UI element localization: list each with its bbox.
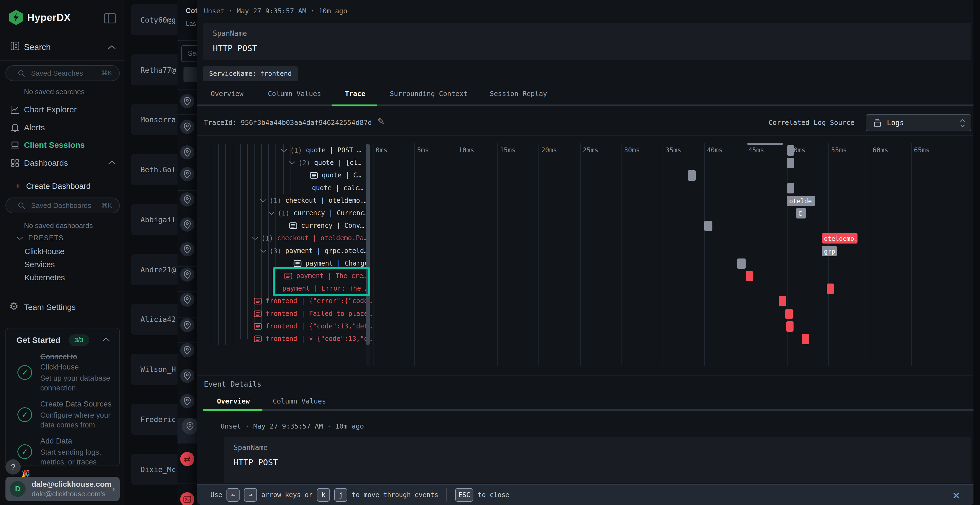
session-list-item[interactable]: Retha77@	[131, 54, 179, 86]
location-pin-icon[interactable]	[180, 120, 194, 134]
event-details-tab-column-values[interactable]: Column Values	[273, 397, 326, 405]
trace-tree-row[interactable]: frontend | {"code":13,"det…	[197, 320, 371, 333]
span-duration-bar[interactable]	[787, 145, 794, 156]
span-duration-bar[interactable]	[786, 321, 794, 332]
tree-scrollbar[interactable]	[366, 144, 370, 366]
tab-session-replay[interactable]: Session Replay	[490, 90, 547, 98]
location-pin-icon[interactable]	[180, 292, 194, 306]
saved-dashboards-input[interactable]	[30, 200, 96, 211]
sidebar-item-chart-explorer[interactable]: Chart Explorer	[0, 101, 125, 118]
location-pin-icon[interactable]	[180, 343, 194, 357]
span-duration-bar[interactable]	[746, 271, 753, 281]
chevron-up-icon[interactable]	[108, 44, 116, 49]
span-duration-bar[interactable]: otelde	[787, 195, 815, 206]
trace-tree-row[interactable]: payment | Error: The …	[197, 283, 371, 295]
session-list-item[interactable]: Andre21@	[131, 254, 179, 285]
trace-tree-row[interactable]: payment | Charge …	[197, 257, 371, 270]
trace-tree-row[interactable]: (1)checkout | oteldemo.Pa…	[197, 232, 371, 245]
session-list-item[interactable]: Wilson_H	[131, 354, 179, 385]
trace-tree-row[interactable]: (1)checkout | oteldemo.…	[197, 195, 371, 207]
location-pin-icon[interactable]	[180, 394, 194, 408]
trace-tree-row[interactable]: quote | C…	[197, 169, 371, 182]
chevron-up-icon[interactable]	[102, 337, 110, 341]
span-duration-bar[interactable]	[787, 183, 794, 194]
chevron-down-icon[interactable]	[268, 211, 275, 216]
chevron-down-icon[interactable]	[251, 236, 259, 241]
presets-chevron-down-icon[interactable]	[16, 236, 24, 241]
trace-tree-row[interactable]: (1)quote | POST …	[197, 144, 371, 157]
session-list-item[interactable]: Monserra	[131, 104, 179, 135]
user-menu[interactable]: D dale@clickhouse.com dale@clickhouse.co…	[5, 477, 120, 501]
location-pin-icon[interactable]	[180, 192, 194, 206]
trace-tree-row[interactable]: quote | calc…	[197, 182, 371, 195]
tab-overview[interactable]: Overview	[211, 90, 243, 98]
location-pin-icon[interactable]	[180, 369, 194, 383]
log-source-select[interactable]: Logs	[865, 114, 971, 131]
scrollbar-thumb[interactable]	[366, 144, 370, 345]
span-duration-bar[interactable]	[704, 221, 713, 231]
sidebar-item-search[interactable]: Search	[24, 43, 51, 52]
sidebar-collapse-icon[interactable]	[104, 13, 116, 24]
create-dashboard-button[interactable]: Create Dashboard	[26, 182, 91, 191]
saved-dashboards-search[interactable]: ⌘K	[5, 197, 120, 213]
span-duration-bar[interactable]	[802, 334, 809, 344]
terminal-icon[interactable]	[180, 492, 194, 505]
chevron-down-icon[interactable]	[288, 161, 296, 165]
span-duration-bar[interactable]	[785, 309, 793, 319]
session-panel-button[interactable]	[183, 67, 197, 82]
trace-tree-row[interactable]: (1)currency | Currenc…	[197, 207, 371, 219]
trace-tree-row[interactable]: payment | The cre…	[197, 270, 371, 283]
tab-column-values[interactable]: Column Values	[268, 90, 321, 98]
sidebar-item-client-sessions[interactable]: Client Sessions	[0, 137, 125, 154]
span-duration-bar[interactable]	[687, 170, 696, 181]
swap-arrows-icon[interactable]: ⇄	[180, 452, 194, 466]
session-list-item[interactable]: Beth.Gol	[131, 154, 179, 185]
location-pin-icon[interactable]	[180, 218, 194, 232]
trace-tree-row[interactable]: frontend | {"error":{"code…	[197, 295, 371, 308]
trace-tree-row[interactable]: currency | Conv…	[197, 219, 371, 232]
presets-header[interactable]: PRESETS	[28, 234, 64, 242]
trace-tree-row[interactable]: frontend | × {"code":13,"d…	[197, 333, 371, 345]
session-list-item[interactable]: Abbigail	[131, 204, 179, 235]
span-duration-bar[interactable]: oteldemo.	[822, 233, 858, 243]
session-list-item[interactable]: Frederic	[131, 404, 179, 435]
tab-trace[interactable]: Trace	[345, 90, 365, 98]
edit-pencil-icon[interactable]: ✎	[377, 116, 385, 127]
session-list-item[interactable]: Coty60@g	[131, 4, 179, 35]
span-duration-bar[interactable]	[827, 284, 834, 294]
preset-clickhouse[interactable]: ClickHouse	[24, 247, 65, 256]
chevron-up-icon[interactable]	[108, 160, 116, 165]
sidebar-item-dashboards[interactable]: Dashboards	[0, 154, 125, 172]
location-pin-icon[interactable]	[182, 418, 197, 435]
trace-tree-row[interactable]: (3)payment | grpc.oteld…	[197, 245, 371, 257]
location-pin-icon[interactable]	[180, 267, 194, 282]
span-duration-bar[interactable]	[737, 259, 745, 269]
preset-kubernetes[interactable]: Kubernetes	[24, 273, 65, 282]
chevron-down-icon[interactable]	[260, 249, 267, 253]
session-search-input[interactable]: Sea	[181, 45, 197, 62]
location-pin-icon[interactable]	[180, 145, 194, 159]
help-button[interactable]: ?	[5, 459, 21, 475]
sidebar-item-alerts[interactable]: Alerts	[0, 119, 125, 136]
location-pin-icon[interactable]	[180, 242, 194, 256]
chevron-down-icon[interactable]	[260, 199, 267, 203]
span-duration-bar[interactable]	[787, 158, 794, 168]
saved-searches-input[interactable]	[30, 68, 96, 78]
chevron-down-icon[interactable]	[280, 148, 288, 152]
preset-services[interactable]: Services	[24, 260, 55, 269]
session-list-item[interactable]: Dixie_Mc	[131, 454, 179, 485]
trace-tree-row[interactable]: frontend | Failed to place…	[197, 308, 371, 320]
sidebar-item-team-settings[interactable]: Team Settings	[24, 303, 76, 312]
tab-surrounding-context[interactable]: Surrounding Context	[390, 90, 468, 98]
event-details-tab-overview[interactable]: Overview	[217, 397, 250, 405]
saved-searches-search[interactable]: ⌘K	[5, 65, 120, 81]
location-pin-icon[interactable]	[180, 167, 194, 181]
location-pin-icon[interactable]	[180, 318, 194, 332]
span-duration-bar[interactable]	[779, 296, 786, 306]
close-icon[interactable]: ×	[953, 488, 960, 502]
location-pin-icon[interactable]	[180, 94, 194, 108]
session-list-item[interactable]: Alicia42	[131, 304, 179, 335]
trace-tree-row[interactable]: (2)quote | {cl…	[197, 157, 371, 169]
span-duration-bar[interactable]: C	[796, 208, 806, 219]
service-name-chip[interactable]: ServiceName: frontend	[203, 67, 298, 81]
